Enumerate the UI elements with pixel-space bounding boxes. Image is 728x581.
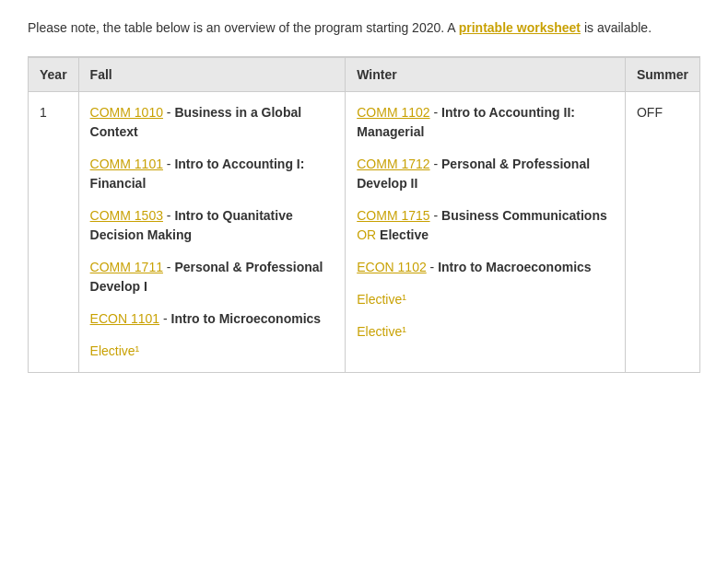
course-entry: COMM 1101 - Intro to Accounting I: Finan… [90,155,335,193]
course-code-link[interactable]: COMM 1711 [90,260,163,274]
course-title: Intro to Macroeconomics [438,260,591,274]
course-code-link[interactable]: COMM 1712 [357,157,429,171]
course-entry: COMM 1503 - Intro to Quanitative Decisio… [90,206,335,245]
course-separator: - [427,260,438,274]
course-code-link[interactable]: COMM 1101 [90,157,163,171]
course-entry: ECON 1101 - Intro to Microeconomics [90,309,335,329]
course-code-link[interactable]: COMM 1503 [90,208,163,223]
course-separator: - [163,105,174,120]
course-separator: - [163,260,174,274]
course-title-before-or: Business Communications [441,208,607,223]
program-table: Year Fall Winter Summer 1COMM 1010 - Bus… [28,57,700,373]
year-cell: 1 [29,92,79,373]
course-code-link[interactable]: ECON 1101 [90,311,159,326]
course-code-link[interactable]: COMM 1102 [357,105,429,120]
course-entry: Elective¹ [357,290,614,309]
course-entry: Elective¹ [357,322,614,342]
intro-text: Please note, the table below is an overv… [28,18,700,38]
course-title: Intro to Microeconomics [171,311,322,326]
course-entry: COMM 1712 - Personal & Professional Deve… [357,155,614,193]
col-header-fall: Fall [78,58,346,92]
course-separator: - [430,208,441,223]
course-entry: COMM 1715 - Business Communications OR E… [357,206,614,245]
course-entry: ECON 1102 - Intro to Macroeconomics [357,258,614,277]
intro-text-before: Please note, the table below is an overv… [28,20,459,35]
course-code-link[interactable]: COMM 1010 [90,105,163,120]
col-header-year: Year [29,58,79,92]
course-entry: COMM 1102 - Intro to Accounting II: Mana… [357,103,614,142]
course-entry: Elective¹ [90,342,335,361]
course-separator: - [430,105,441,120]
elective-label: Elective¹ [357,292,406,307]
fall-cell: COMM 1010 - Business in a Global Context… [78,92,346,373]
course-code-link[interactable]: COMM 1715 [357,208,429,223]
course-title-after-or: Elective [376,227,429,242]
course-separator: - [163,157,174,171]
course-separator: - [163,208,174,223]
course-entry: COMM 1711 - Personal & Professional Deve… [90,258,335,296]
summer-cell: OFF [625,92,699,373]
table-header-row: Year Fall Winter Summer [29,58,700,92]
col-header-winter: Winter [346,58,626,92]
course-code-link[interactable]: ECON 1102 [357,260,426,274]
printable-worksheet-link[interactable]: printable worksheet [459,20,581,35]
or-text: OR [357,227,376,242]
course-separator: - [159,311,170,326]
winter-cell: COMM 1102 - Intro to Accounting II: Mana… [346,92,626,373]
course-separator: - [430,157,441,171]
elective-label: Elective¹ [90,343,140,358]
off-label: OFF [637,105,663,120]
intro-text-after: is available. [581,20,652,35]
year-number: 1 [40,105,47,120]
course-entry: COMM 1010 - Business in a Global Context [90,103,335,142]
col-header-summer: Summer [625,58,699,92]
elective-label: Elective¹ [357,324,406,339]
table-row: 1COMM 1010 - Business in a Global Contex… [29,92,700,373]
